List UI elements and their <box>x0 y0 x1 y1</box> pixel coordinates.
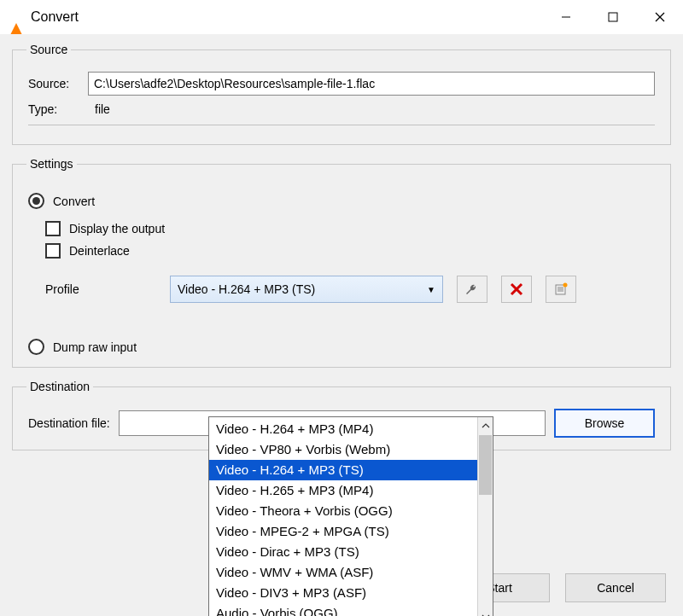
maximize-button[interactable] <box>589 0 636 34</box>
client-area: Source Source: Type: file Settings Conve… <box>0 34 683 616</box>
minimize-button[interactable] <box>542 0 589 34</box>
deinterlace-row[interactable]: Deinterlace <box>45 243 655 259</box>
profile-option[interactable]: Video - H.264 + MP3 (MP4) <box>209 419 477 439</box>
scroll-thumb[interactable] <box>479 435 492 495</box>
browse-button[interactable]: Browse <box>554 409 655 438</box>
convert-radio[interactable] <box>28 193 44 209</box>
profile-option[interactable]: Audio - Vorbis (OGG) <box>209 603 477 616</box>
profile-option[interactable]: Video - Dirac + MP3 (TS) <box>209 542 477 562</box>
profile-dropdown-list[interactable]: Video - H.264 + MP3 (MP4)Video - VP80 + … <box>208 416 493 616</box>
chevron-up-icon <box>482 423 490 428</box>
dump-raw-row[interactable]: Dump raw input <box>28 339 655 355</box>
display-output-label: Display the output <box>69 222 165 235</box>
cancel-label: Cancel <box>597 581 634 595</box>
deinterlace-checkbox[interactable] <box>45 243 61 259</box>
profile-option[interactable]: Video - VP80 + Vorbis (Webm) <box>209 439 477 460</box>
vlc-cone-icon <box>9 9 24 25</box>
close-button[interactable] <box>636 0 683 34</box>
new-profile-button[interactable] <box>546 276 576 303</box>
settings-legend: Settings <box>26 157 77 171</box>
profile-option[interactable]: Video - Theora + Vorbis (OGG) <box>209 501 477 521</box>
window-controls <box>542 0 683 34</box>
browse-label: Browse <box>585 416 625 430</box>
svg-rect-1 <box>609 13 617 21</box>
svg-point-10 <box>563 283 568 288</box>
edit-profile-button[interactable] <box>457 276 487 303</box>
dropdown-scrollbar[interactable] <box>477 417 493 616</box>
type-value: file <box>95 102 110 116</box>
new-profile-icon <box>554 282 568 296</box>
source-label: Source: <box>28 77 88 90</box>
scroll-track[interactable] <box>478 496 493 608</box>
delete-profile-button[interactable] <box>501 276 532 303</box>
profile-combobox[interactable]: Video - H.264 + MP3 (TS) ▼ <box>170 276 443 303</box>
close-icon <box>654 11 666 23</box>
source-input[interactable] <box>88 72 655 96</box>
dump-raw-radio[interactable] <box>28 339 44 355</box>
settings-group: Settings Convert Display the output Dein… <box>12 157 671 368</box>
convert-radio-row[interactable]: Convert <box>28 193 655 209</box>
dump-raw-label: Dump raw input <box>53 340 137 354</box>
profile-option[interactable]: Video - H.264 + MP3 (TS) <box>209 460 477 480</box>
scroll-up-button[interactable] <box>478 417 493 434</box>
profile-option[interactable]: Video - MPEG-2 + MPGA (TS) <box>209 521 477 542</box>
profile-selected-text: Video - H.264 + MP3 (TS) <box>178 282 315 296</box>
profile-option[interactable]: Video - DIV3 + MP3 (ASF) <box>209 583 477 603</box>
source-group: Source Source: Type: file <box>12 43 671 145</box>
deinterlace-label: Deinterlace <box>69 244 130 258</box>
window-title: Convert <box>31 9 542 25</box>
cancel-button[interactable]: Cancel <box>565 573 666 602</box>
display-output-checkbox[interactable] <box>45 221 61 236</box>
profile-label: Profile <box>45 282 156 296</box>
wrench-icon <box>464 282 480 297</box>
maximize-icon <box>608 12 618 22</box>
minimize-icon <box>561 12 571 22</box>
destination-legend: Destination <box>26 380 93 393</box>
scroll-down-button[interactable] <box>478 608 493 616</box>
source-legend: Source <box>26 43 71 56</box>
convert-label: Convert <box>53 195 95 208</box>
chevron-down-icon: ▼ <box>427 285 435 294</box>
titlebar: Convert <box>0 0 683 34</box>
type-label: Type: <box>28 102 88 116</box>
profile-option[interactable]: Video - H.265 + MP3 (MP4) <box>209 480 477 501</box>
delete-icon <box>510 282 523 296</box>
destination-label: Destination file: <box>28 416 110 430</box>
profile-option[interactable]: Video - WMV + WMA (ASF) <box>209 562 477 583</box>
display-output-row[interactable]: Display the output <box>45 221 655 236</box>
